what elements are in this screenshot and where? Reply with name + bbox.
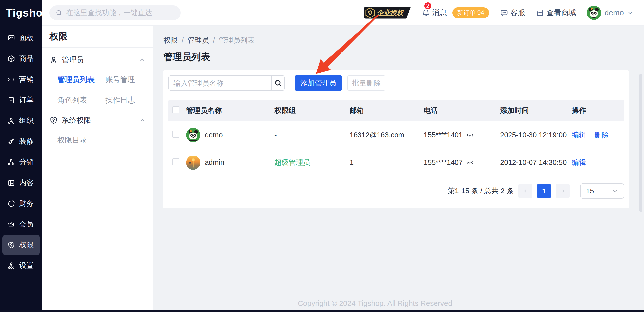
col-email: 邮箱 — [350, 106, 424, 116]
added-time-value: 2012-10-07 14:30:50 — [500, 158, 572, 166]
chevron-up-icon — [139, 117, 146, 124]
email-value: 16312@163.com — [350, 131, 424, 139]
email-value: 1 — [350, 158, 424, 166]
sidebar-item-dashboard[interactable]: 面板 — [2, 28, 40, 48]
subitem-role-list[interactable]: 角色列表 — [58, 92, 105, 108]
page-size-select[interactable]: 15 — [580, 183, 624, 199]
app-logo: Tigshop — [0, 0, 42, 26]
breadcrumb-permissions[interactable]: 权限 — [163, 35, 178, 45]
breadcrumb-separator: / — [213, 36, 215, 45]
table-row: admin 超级管理员 1 155****1407 2012-10-07 14:… — [168, 149, 624, 176]
group-admin-items: 管理员列表 账号管理 角色列表 操作日志 — [42, 72, 153, 108]
subitem-operation-log[interactable]: 操作日志 — [105, 92, 153, 108]
admin-search-group — [168, 75, 285, 91]
eye-closed-icon[interactable] — [466, 160, 474, 165]
sidebar-item-distribution[interactable]: 分销 — [2, 152, 40, 172]
table-header-row: 管理员名称 权限组 邮箱 电话 添加时间 操作 — [168, 100, 624, 121]
topbar-actions: 企业授权 2 消息 新订单 94 客服 查看商城 demo — [364, 6, 644, 20]
select-all-checkbox[interactable] — [172, 106, 180, 113]
breadcrumb-admin-list: 管理员列表 — [219, 35, 255, 45]
table-row: demo - 16312@163.com 155****1401 2025-10… — [168, 121, 624, 149]
subitem-admin-list[interactable]: 管理员列表 — [58, 72, 105, 88]
chevron-down-icon — [627, 10, 633, 16]
page-size-value: 15 — [586, 187, 594, 195]
user-menu[interactable]: demo — [587, 6, 633, 20]
view-shop-button[interactable]: 查看商城 — [536, 8, 576, 18]
add-admin-button[interactable]: 添加管理员 — [294, 75, 342, 91]
view-shop-label: 查看商城 — [546, 8, 576, 18]
page-1-button[interactable]: 1 — [537, 184, 551, 198]
new-orders-badge[interactable]: 新订单 94 — [452, 7, 489, 18]
eye-closed-icon[interactable] — [466, 133, 474, 138]
vertical-scrollbar[interactable] — [639, 74, 642, 212]
footer-copyright: Copyright © 2024 Tigshop. All Rights Res… — [153, 299, 597, 308]
edit-link[interactable]: 编辑 — [572, 130, 586, 140]
phone-value: 155****1407 — [424, 158, 463, 166]
bottom-edge-strip — [0, 310, 644, 312]
group-admin[interactable]: 管理员 — [42, 52, 153, 68]
sidebar-item-label: 面板 — [19, 33, 34, 43]
sidebar-item-permissions[interactable]: 权限 — [2, 235, 40, 255]
admin-name: demo — [205, 131, 223, 139]
sidebar-item-marketing[interactable]: 营销 — [2, 69, 40, 90]
customer-service-label: 客服 — [510, 8, 525, 18]
permissions-subpanel: 权限 管理员 管理员列表 账号管理 角色列表 操作日志 系统权限 权限目录 — [42, 26, 153, 312]
user-avatar — [587, 6, 601, 20]
global-search-placeholder: 在这里查找功能，一键直达 — [66, 8, 152, 18]
sidebar-item-goods[interactable]: 商品 — [2, 48, 40, 69]
enterprise-license-badge[interactable]: 企业授权 — [364, 7, 411, 19]
sidebar-item-settings[interactable]: 设置 — [2, 255, 40, 276]
search-icon — [274, 79, 282, 87]
distribution-share-icon — [8, 158, 15, 166]
col-phone: 电话 — [424, 106, 500, 116]
enterprise-hexagon-icon — [364, 7, 376, 18]
subitem-permission-directory[interactable]: 权限目录 — [58, 132, 105, 148]
col-actions: 操作 — [572, 106, 624, 116]
sidebar-item-content[interactable]: 内容 — [2, 172, 40, 193]
shield-key-icon — [49, 116, 58, 125]
breadcrumb-separator: / — [182, 36, 184, 45]
row-checkbox[interactable] — [172, 131, 180, 138]
messages-button[interactable]: 2 消息 — [422, 8, 447, 18]
global-search-input[interactable]: 在这里查找功能，一键直达 — [49, 5, 180, 20]
row-checkbox[interactable] — [172, 158, 180, 165]
sidebar-item-label: 分销 — [19, 157, 34, 167]
chevron-up-icon — [139, 56, 146, 63]
action-divider — [590, 132, 590, 139]
group-admin-label: 管理员 — [62, 55, 84, 65]
topbar: 在这里查找功能，一键直达 企业授权 2 消息 新订单 94 客服 查看商城 — [42, 0, 644, 26]
page-title: 管理员列表 — [163, 51, 210, 63]
pagination-info: 第1-15 条 / 总共 2 条 — [448, 186, 514, 196]
admin-list-card: 添加管理员 批量删除 管理员名称 权限组 邮箱 电话 添加时间 操作 demo — [163, 70, 629, 208]
admin-search-input[interactable] — [168, 76, 272, 90]
permission-group-value: 超级管理员 — [274, 158, 350, 167]
delete-link[interactable]: 删除 — [594, 130, 609, 140]
primary-sidebar: Tigshop 面板 商品 营销 订单 组织 装修 分销 — [0, 0, 42, 312]
edit-link[interactable]: 编辑 — [572, 158, 586, 167]
breadcrumb-admin[interactable]: 管理员 — [188, 35, 209, 45]
group-system-permission[interactable]: 系统权限 — [42, 112, 153, 128]
settings-gear-icon — [8, 262, 15, 270]
sidebar-item-finance[interactable]: 财务 — [2, 193, 40, 214]
customer-service-button[interactable]: 客服 — [500, 8, 525, 18]
sidebar-item-organization[interactable]: 组织 — [2, 110, 40, 131]
prev-page-button[interactable] — [518, 184, 532, 198]
admin-search-button[interactable] — [272, 76, 284, 90]
main-content: 权限 / 管理员 / 管理员列表 管理员列表 添加管理员 批量删除 管理员名称 … — [153, 26, 644, 312]
subitem-account-management[interactable]: 账号管理 — [105, 72, 153, 88]
sidebar-item-label: 装修 — [19, 137, 34, 146]
sidebar-item-label: 设置 — [19, 261, 34, 271]
content-doc-icon — [8, 179, 15, 187]
sidebar-item-members[interactable]: 会员 — [2, 214, 40, 235]
user-name: demo — [604, 8, 624, 17]
chevron-right-icon — [560, 188, 566, 194]
chat-bubble-icon — [500, 9, 508, 17]
sidebar-item-orders[interactable]: 订单 — [2, 90, 40, 110]
sidebar-item-label: 商品 — [19, 54, 34, 64]
search-icon — [55, 9, 63, 16]
sidebar-item-decoration[interactable]: 装修 — [2, 131, 40, 152]
batch-delete-button[interactable]: 批量删除 — [348, 75, 386, 91]
next-page-button[interactable] — [556, 184, 570, 198]
added-time-value: 2025-10-30 12:19:00 — [500, 131, 572, 139]
col-added-time: 添加时间 — [500, 106, 572, 116]
